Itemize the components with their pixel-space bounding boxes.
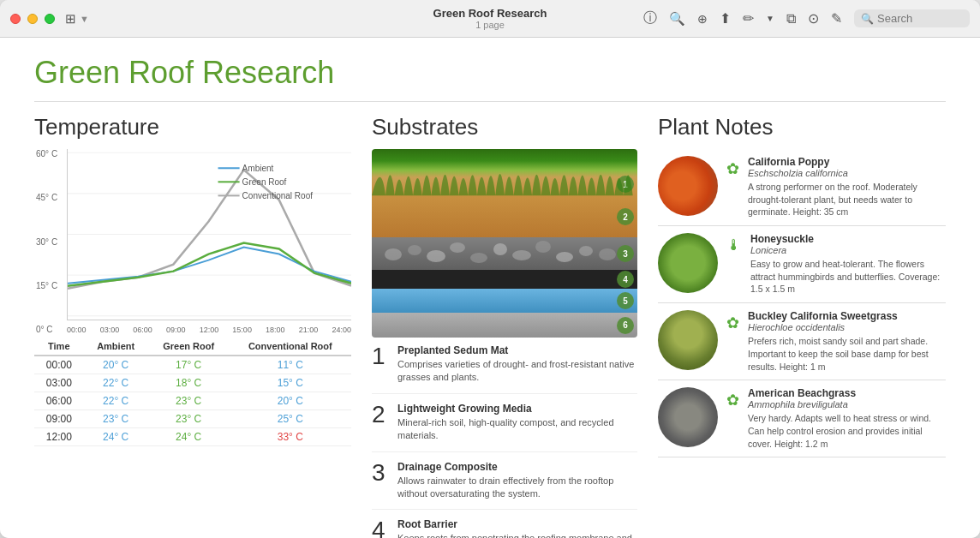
app-window: ⊞ ▼ Green Roof Research 1 page ⓘ 🔍 ⊕ ⬆ ✏…: [0, 0, 980, 538]
close-button[interactable]: [10, 14, 21, 24]
plant-photo: [658, 156, 718, 216]
plant-notes-column: Plant Notes ✿ California Poppy Eschschol…: [658, 114, 946, 538]
layer-badge-2: 2: [617, 208, 634, 225]
plant-name: American Beachgrass: [748, 387, 946, 399]
layer-2-soil: 2: [372, 196, 637, 237]
search-box[interactable]: 🔍: [854, 9, 970, 27]
substrate-number: 1: [372, 344, 389, 385]
plant-photo: [658, 310, 718, 370]
svg-point-14: [450, 242, 465, 253]
substrate-number: 2: [372, 403, 389, 443]
chevron-icon[interactable]: ▼: [80, 14, 89, 24]
info-icon[interactable]: ⓘ: [643, 9, 657, 27]
y-label-45: 45° C: [36, 193, 57, 202]
titlebar-info: Green Roof Research 1 page: [433, 7, 547, 30]
substrates-column: Substrates 1 2: [372, 114, 637, 538]
markup-chevron[interactable]: ▼: [766, 14, 774, 23]
chart-area: Ambient Green Roof Conventional Roof: [67, 149, 351, 320]
y-label-30: 30° C: [36, 237, 57, 247]
substrate-number: 3: [372, 461, 389, 501]
plant-photo: [658, 387, 718, 447]
table-row: 12:00 24° C 24° C 33° C: [34, 428, 351, 446]
cell-ambient: 22° C: [84, 392, 148, 410]
list-item: 1 Preplanted Sedum Mat Comprises varieti…: [372, 344, 637, 394]
plant-item: ✿ Buckley California Sweetgrass Hierochl…: [658, 303, 946, 380]
window-title: Green Roof Research: [433, 7, 547, 20]
x-00: 00:00: [67, 326, 87, 334]
plant-item: ✿ California Poppy Eschscholzia californ…: [658, 149, 946, 226]
substrate-list: 1 Preplanted Sedum Mat Comprises varieti…: [372, 344, 637, 538]
layer-badge-6: 6: [617, 317, 634, 334]
svg-point-13: [427, 250, 445, 262]
substrate-title: Lightweight Growing Media: [397, 403, 637, 415]
plant-scientific: Hierochloe occidentalis: [748, 322, 946, 332]
svg-point-15: [470, 253, 487, 263]
layer-badge-4: 4: [617, 271, 634, 288]
x-18: 18:00: [266, 326, 285, 334]
zoom-out-icon[interactable]: 🔍: [669, 11, 685, 27]
header-greenroof: Green Roof: [148, 338, 230, 356]
header-ambient: Ambient: [84, 338, 148, 356]
zoom-in-icon[interactable]: ⊕: [697, 12, 708, 26]
plant-icon: ✿: [726, 314, 739, 332]
window-subtitle: 1 page: [433, 20, 547, 30]
plant-scientific: Lonicera: [750, 245, 946, 255]
svg-text:Green Roof: Green Roof: [242, 177, 287, 187]
cell-greenroof: 23° C: [148, 410, 230, 428]
plant-item: 🌡 Honeysuckle Lonicera Easy to grow and …: [658, 226, 946, 303]
plant-item: ✿ American Beachgrass Ammophila brevilig…: [658, 380, 946, 457]
layer-1-grass: 1: [372, 149, 637, 196]
substrate-description: Allows rainwater to drain effectively fr…: [397, 475, 637, 501]
maximize-button[interactable]: [45, 14, 55, 24]
titlebar: ⊞ ▼ Green Roof Research 1 page ⓘ 🔍 ⊕ ⬆ ✏…: [0, 0, 980, 38]
substrate-title: Preplanted Sedum Mat: [397, 344, 637, 356]
header-conventional: Conventional Roof: [230, 338, 351, 356]
plant-notes-title: Plant Notes: [658, 114, 946, 140]
table-row: 09:00 23° C 23° C 25° C: [34, 410, 351, 428]
layer-4-membrane: 4: [372, 270, 637, 289]
list-item: 4 Root Barrier Keeps roots from penetrat…: [372, 518, 637, 538]
plant-description: Easy to grow and heat-tolerant. The flow…: [750, 258, 946, 296]
minimize-button[interactable]: [27, 14, 38, 24]
substrate-description: Comprises varieties of drought- and fros…: [397, 358, 637, 385]
substrate-text: Lightweight Growing Media Mineral-rich s…: [397, 403, 637, 443]
list-item: 3 Drainage Composite Allows rainwater to…: [372, 461, 637, 511]
share-icon[interactable]: ⬆: [720, 10, 731, 27]
cell-time: 12:00: [34, 428, 84, 446]
person-icon[interactable]: ⊙: [808, 10, 819, 27]
chart-x-labels: 00:00 03:00 06:00 09:00 12:00 15:00 18:0…: [67, 326, 351, 334]
temperature-column: Temperature 60° C 45° C 30° C 15° C 0° C: [34, 114, 351, 538]
layer-5-water: 5: [372, 289, 637, 313]
chart-svg: Ambient Green Roof Conventional Roof: [68, 149, 351, 320]
y-label-0: 0° C: [36, 325, 57, 334]
chart-y-labels: 60° C 45° C 30° C 15° C 0° C: [36, 149, 57, 334]
plant-description: A strong performer on the roof. Moderate…: [748, 181, 946, 218]
table-row: 00:00 20° C 17° C 11° C: [34, 356, 351, 374]
plant-scientific: Ammophila breviligulata: [748, 399, 946, 409]
markup-icon[interactable]: ✏: [743, 10, 754, 27]
substrate-description: Mineral-rich soil, high-quality compost,…: [397, 416, 637, 443]
cell-ambient: 20° C: [84, 356, 148, 374]
cell-conventional: 25° C: [230, 410, 351, 428]
x-09: 09:00: [166, 326, 186, 334]
search-input[interactable]: [877, 12, 963, 25]
cell-conventional: 15° C: [230, 374, 351, 392]
substrates-title: Substrates: [372, 114, 637, 140]
svg-point-17: [512, 250, 531, 260]
toolbar-icons: ⓘ 🔍 ⊕ ⬆ ✏ ▼ ⧉ ⊙ ✎ 🔍: [643, 9, 970, 27]
svg-text:Ambient: Ambient: [242, 164, 274, 173]
window-icon[interactable]: ⧉: [786, 11, 796, 27]
cell-greenroof: 17° C: [148, 356, 230, 374]
x-15: 15:00: [232, 326, 252, 334]
plant-description: Very hardy. Adapts well to heat stress o…: [748, 412, 946, 450]
substrate-title: Root Barrier: [397, 518, 637, 530]
plant-description: Prefers rich, moist sandy soil and part …: [748, 335, 946, 373]
substrate-number: 4: [372, 518, 389, 538]
substrate-text: Root Barrier Keeps roots from penetratin…: [397, 518, 637, 538]
svg-point-11: [385, 248, 402, 260]
cell-time: 00:00: [34, 356, 84, 374]
annotate-icon[interactable]: ✎: [831, 10, 842, 27]
sidebar-icon[interactable]: ⊞: [65, 11, 76, 27]
svg-point-19: [556, 252, 573, 262]
substrate-text: Preplanted Sedum Mat Comprises varieties…: [397, 344, 637, 385]
